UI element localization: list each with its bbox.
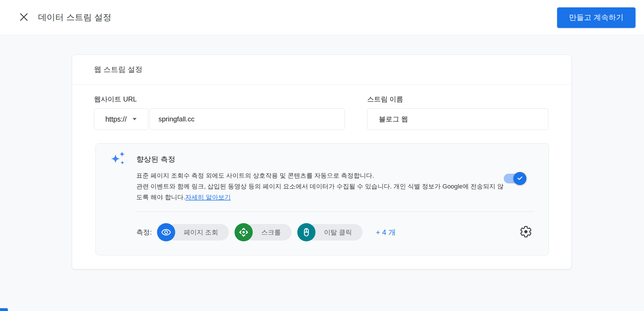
chevron-down-icon bbox=[132, 117, 137, 122]
website-url-group: 웹사이트 URL https:// bbox=[94, 95, 345, 130]
enhanced-measurement-panel: 향상된 측정 표준 페이지 조회수 측정 외에도 사이트의 상호작용 및 콘텐츠… bbox=[95, 143, 549, 255]
card-header: 웹 스트림 설정 bbox=[72, 55, 571, 84]
scroll-icon bbox=[235, 223, 253, 241]
close-icon bbox=[18, 12, 29, 24]
divider bbox=[136, 212, 534, 212]
toggle-thumb bbox=[513, 172, 526, 185]
description-line-1: 표준 페이지 조회수 측정 외에도 사이트의 상호작용 및 콘텐츠를 자동으로 … bbox=[136, 172, 374, 179]
learn-more-link[interactable]: 자세히 알아보기 bbox=[185, 194, 231, 201]
create-and-continue-button[interactable]: 만들고 계속하기 bbox=[557, 7, 635, 28]
enhanced-measurement-title: 향상된 측정 bbox=[136, 154, 175, 164]
enhanced-measurement-description: 표준 페이지 조회수 측정 외에도 사이트의 상호작용 및 콘텐츠를 자동으로 … bbox=[136, 170, 505, 203]
more-measurements-link[interactable]: + 4 개 bbox=[376, 227, 396, 237]
close-button[interactable] bbox=[17, 11, 31, 24]
chip-scroll: 스크롤 bbox=[235, 223, 292, 241]
create-and-continue-label: 만들고 계속하기 bbox=[569, 13, 624, 22]
measurement-chips-row: 측정: 페이지 조회 bbox=[136, 222, 534, 242]
app-bar: 데이터 스트림 설정 만들고 계속하기 bbox=[0, 0, 644, 35]
stream-name-input[interactable] bbox=[367, 108, 548, 130]
web-stream-setup-card: 웹 스트림 설정 웹사이트 URL https:// 스트림 이름 bbox=[72, 55, 572, 269]
gear-icon bbox=[519, 225, 532, 239]
chip-label: 페이지 조회 bbox=[166, 224, 229, 240]
stream-form-row: 웹사이트 URL https:// 스트림 이름 bbox=[94, 95, 549, 130]
sparkle-icon bbox=[109, 150, 127, 169]
checkmark-icon bbox=[516, 174, 524, 183]
mouse-icon bbox=[297, 223, 315, 241]
section-title: 웹 스트림 설정 bbox=[94, 65, 142, 74]
eye-icon bbox=[157, 223, 175, 241]
stream-name-label: 스트림 이름 bbox=[367, 95, 548, 104]
protocol-value: https:// bbox=[105, 115, 127, 123]
chip-outbound-click: 이탈 클릭 bbox=[297, 223, 363, 241]
chip-page-view: 페이지 조회 bbox=[157, 223, 229, 241]
page-title: 데이터 스트림 설정 bbox=[38, 12, 112, 23]
protocol-dropdown[interactable]: https:// bbox=[94, 108, 148, 130]
website-url-label: 웹사이트 URL bbox=[94, 95, 345, 104]
enhanced-measurement-toggle[interactable] bbox=[504, 174, 525, 183]
measurement-settings-button[interactable] bbox=[518, 224, 534, 240]
stream-name-group: 스트림 이름 bbox=[367, 95, 548, 130]
partial-bottom-element bbox=[0, 308, 8, 311]
measure-label: 측정: bbox=[136, 228, 152, 237]
website-url-input[interactable] bbox=[150, 108, 345, 130]
